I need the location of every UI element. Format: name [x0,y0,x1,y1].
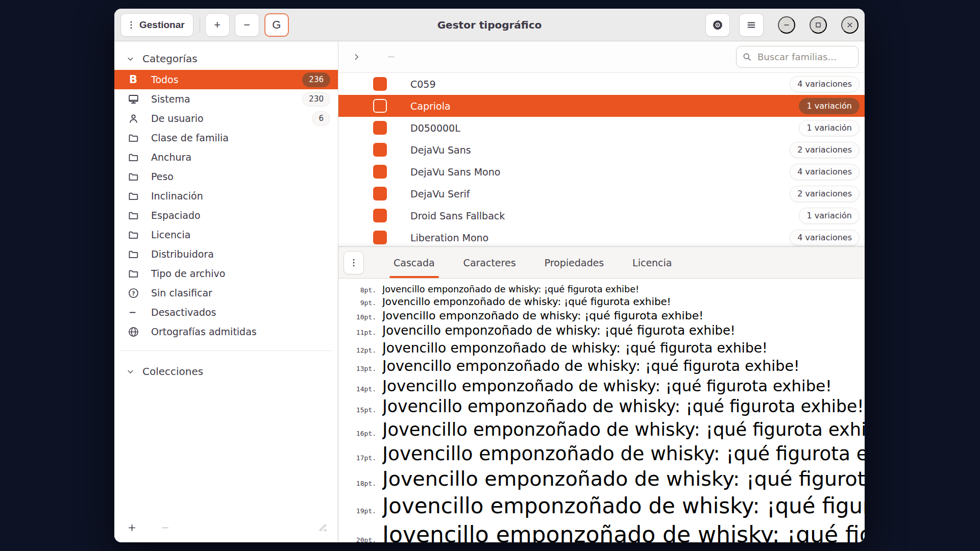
variations-badge: 4 variaciones [790,164,860,180]
font-enabled-checkbox[interactable] [373,187,387,201]
kebab-menu-icon [349,258,359,268]
point-size-label: 9pt. [348,299,376,307]
sample-text: Jovencillo emponzoñado de whisky: ¡qué f… [382,339,768,357]
sample-text: Jovencillo emponzoñado de whisky: ¡qué f… [382,309,703,323]
font-enabled-checkbox[interactable] [373,165,387,179]
variations-badge: 2 variaciones [790,142,860,158]
sample-text: Jovencillo emponzoñado de whisky: ¡qué f… [382,375,832,396]
main-menu-button[interactable] [739,13,764,37]
preview-tabs: Cascada Caracteres Propiedades Licencia [380,247,685,278]
categories-header[interactable]: Categorías [114,48,338,70]
sidebar-item-tipo-de-archivo[interactable]: Tipo de archivo [114,264,338,283]
preview-tabbar: Cascada Caracteres Propiedades Licencia [338,247,865,279]
preferences-button[interactable] [705,13,730,37]
point-size-label: 20pt. [348,536,376,542]
google-fonts-button[interactable]: G [264,13,289,37]
chevron-down-icon [126,367,135,377]
monitor-icon [127,93,140,106]
select-all-checkbox[interactable] [386,52,397,62]
font-row-dejavu-sans-mono[interactable]: DejaVu Sans Mono 4 variaciones [338,161,865,183]
sidebar-item-de-usuario[interactable]: De usuario 6 [114,109,338,128]
preview-panel: Cascada Caracteres Propiedades Licencia … [338,246,865,542]
maximize-icon [814,20,823,30]
variations-badge: 2 variaciones [790,186,860,202]
sidebar-item-sin-clasificar[interactable]: ? Sin clasificar [114,283,338,303]
font-row-droid-sans-fallback[interactable]: Droid Sans Fallback 1 variación [338,205,865,227]
sample-text: Jovencillo emponzoñado de whisky: ¡qué f… [382,295,671,309]
sidebar-item-ortografi-as-admitidas[interactable]: Ortografías admitidas [114,322,338,341]
preview-menu-button[interactable] [344,251,364,274]
collections-header-label: Colecciones [142,365,203,378]
rename-collection-button[interactable] [317,522,329,533]
font-row-dejavu-serif[interactable]: DejaVu Serif 2 variaciones [338,183,865,205]
waterfall-line: 19pt. Jovencillo emponzoñado de whisky: … [348,492,865,520]
toolbar-separator [200,17,200,33]
sample-text: Jovencillo emponzoñado de whisky: ¡qué f… [382,520,865,542]
folder-icon [127,229,140,241]
sidebar-item-peso[interactable]: Peso [114,167,338,186]
font-family-name: DejaVu Sans Mono [410,166,500,178]
sidebar-item-licencia[interactable]: Licencia [114,225,338,244]
font-family-name: Liberation Mono [410,232,488,243]
sidebar-item-todos[interactable]: B Todos 236 [114,70,338,89]
point-size-label: 19pt. [348,507,376,515]
globe-icon [127,325,140,338]
gear-icon [712,19,724,31]
kebab-menu-icon [126,20,136,30]
sidebar-item-sistema[interactable]: Sistema 230 [114,89,338,109]
font-row-c059[interactable]: C059 4 variaciones [338,73,865,95]
minimize-icon [782,20,791,30]
sidebar-item-anchura[interactable]: Anchura [114,147,338,167]
font-enabled-checkbox[interactable] [373,209,387,222]
waterfall-line: 9pt. Jovencillo emponzoñado de whisky: ¡… [348,295,865,309]
sidebar-item-clase-de-familia[interactable]: Clase de familia [114,128,338,147]
help-icon: ? [127,287,140,299]
variations-badge: 4 variaciones [790,76,860,92]
tab-caracteres[interactable]: Caracteres [450,247,529,278]
minimize-button[interactable] [778,16,795,34]
sidebar-item-espaciado[interactable]: Espaciado [114,206,338,225]
font-enabled-checkbox[interactable] [373,99,387,113]
tab-cascada[interactable]: Cascada [380,247,448,278]
font-row-liberation-mono[interactable]: Liberation Mono 4 variaciones [338,227,865,246]
sidebar-item-distribuidora[interactable]: Distribuidora [114,244,338,264]
add-fonts-button[interactable]: + [205,13,230,37]
variations-badge: 1 variación [799,98,860,114]
close-button[interactable] [841,16,859,34]
font-row-capriola[interactable]: Capriola 1 variación [338,95,865,117]
waterfall-line: 14pt. Jovencillo emponzoñado de whisky: … [348,375,865,396]
remove-collection-button[interactable] [160,522,170,533]
waterfall-line: 13pt. Jovencillo emponzoñado de whisky: … [348,357,865,375]
categories-header-label: Categorías [142,53,198,65]
variations-badge: 4 variaciones [790,230,860,246]
font-enabled-checkbox[interactable] [373,143,387,157]
waterfall-line: 20pt. Jovencillo emponzoñado de whisky: … [348,520,865,542]
font-enabled-checkbox[interactable] [373,121,387,135]
manage-button[interactable]: Gestionar [120,13,193,37]
sidebar-item-inclinacio-n[interactable]: Inclinación [114,186,338,206]
tab-licencia[interactable]: Licencia [619,247,685,278]
user-icon [127,112,140,125]
font-row-dejavu-sans[interactable]: DejaVu Sans 2 variaciones [338,139,865,161]
point-size-label: 10pt. [348,313,376,321]
variations-badge: 1 variación [799,208,860,224]
font-enabled-checkbox[interactable] [373,231,387,244]
font-family-name: DejaVu Serif [410,188,470,199]
collections-header[interactable]: Colecciones [114,361,338,383]
add-collection-button[interactable] [127,522,137,533]
maximize-button[interactable] [810,16,827,34]
tab-propiedades[interactable]: Propiedades [531,247,618,278]
folder-icon [127,132,140,144]
waterfall-line: 11pt. Jovencillo emponzoñado de whisky: … [348,323,865,339]
font-row-d050000l[interactable]: D050000L 1 variación [338,117,865,139]
font-family-name: DejaVu Sans [410,144,471,156]
folder-icon [127,248,140,261]
point-size-label: 17pt. [348,454,376,462]
sidebar-item-desactivados[interactable]: Desactivados [114,303,338,322]
point-size-label: 8pt. [348,286,376,294]
font-enabled-checkbox[interactable] [373,77,387,91]
remove-fonts-button[interactable]: − [235,13,259,37]
expand-all-button[interactable] [352,52,361,62]
search-box [736,46,859,68]
search-input[interactable] [756,51,853,63]
